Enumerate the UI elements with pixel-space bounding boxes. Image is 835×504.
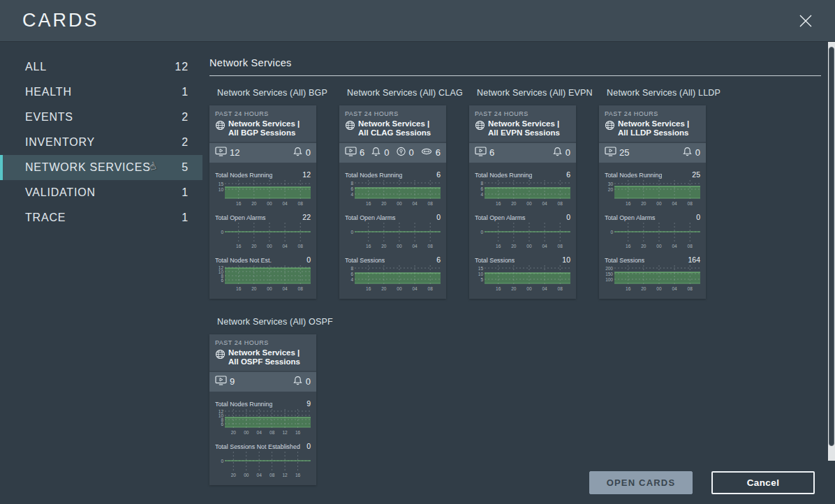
card-title: Network Services | All OSPF Sessions (228, 348, 311, 366)
sidebar-item-all[interactable]: ALL12 (0, 54, 202, 80)
stat-alarm: 0 (293, 376, 311, 388)
section-title: Network Services (209, 57, 821, 76)
svg-text:04: 04 (542, 244, 547, 249)
sidebar-item-count: 1 (182, 86, 189, 98)
content-area: Network Services Network Services (All) … (209, 42, 821, 485)
mini-card-bgp[interactable]: PAST 24 HOURSNetwork Services | All BGP … (209, 105, 316, 299)
svg-text:00: 00 (397, 286, 402, 291)
svg-text:20: 20 (251, 286, 257, 291)
sidebar-item-inventory[interactable]: INVENTORY2 (0, 130, 202, 155)
card-title: Network Services | All EVPN Sessions (488, 119, 570, 138)
modal-header: CARDS (0, 0, 835, 42)
sidebar-item-health[interactable]: HEALTH1 (0, 80, 202, 105)
card-charts: Total Nodes Running1215101620000408Total… (209, 163, 316, 299)
svg-text:04: 04 (412, 201, 418, 206)
stat-value: 0 (695, 147, 700, 158)
card-stats-row: 250 (599, 143, 706, 163)
scrollbar-track[interactable] (828, 42, 835, 461)
svg-text:20: 20 (381, 244, 387, 249)
close-button[interactable] (793, 8, 818, 34)
sidebar-item-network-services[interactable]: NETWORK SERVICES5☝ (0, 155, 202, 180)
card-header: PAST 24 HOURSNetwork Services | All CLAG… (339, 105, 446, 142)
svg-text:4: 4 (350, 191, 353, 196)
stat-node-count: 6 (345, 147, 364, 158)
chart-value: 6 (436, 170, 441, 179)
chart-label: Total Nodes Running (215, 401, 272, 408)
node-count-icon (605, 147, 616, 158)
chart-label: Total Nodes Running (345, 172, 402, 179)
card-name: Network Services (All) EVPN (469, 88, 576, 98)
alarm-icon (371, 147, 381, 159)
chart-value: 0 (306, 255, 311, 264)
svg-text:200: 200 (605, 265, 613, 270)
chart-total-open-alarms: Total Open Alarms001620000408 (605, 213, 700, 249)
svg-text:0: 0 (610, 229, 613, 234)
open-cards-button[interactable]: OPEN CARDS (589, 471, 693, 494)
chart-value: 12 (302, 170, 311, 179)
svg-text:00: 00 (526, 286, 532, 291)
svg-text:16: 16 (626, 244, 631, 249)
stat-alarm: 0 (293, 147, 311, 159)
svg-text:04: 04 (672, 201, 677, 206)
svg-text:00: 00 (656, 201, 662, 206)
svg-text:04: 04 (282, 244, 288, 249)
chart-label: Total Sessions (605, 257, 644, 264)
svg-text:00: 00 (656, 244, 662, 249)
sidebar: ALL12HEALTH1EVENTS2INVENTORY2NETWORK SER… (0, 54, 202, 230)
svg-text:0: 0 (221, 229, 223, 234)
stat-alarm: 0 (682, 147, 700, 159)
sidebar-item-events[interactable]: EVENTS2 (0, 105, 202, 130)
svg-text:20: 20 (231, 473, 237, 477)
node-count-icon (215, 376, 227, 387)
svg-text:00: 00 (267, 201, 272, 206)
chart-value: 0 (436, 213, 441, 221)
svg-text:8: 8 (350, 180, 353, 185)
close-icon (797, 21, 814, 31)
chart-label: Total Open Alarms (605, 214, 656, 221)
svg-text:08: 08 (269, 430, 275, 435)
svg-text:00: 00 (656, 286, 662, 291)
card-charts: Total Nodes Running68641620000408Total O… (339, 163, 446, 299)
card-name: Network Services (All) BGP (209, 88, 316, 98)
mini-card-lldp[interactable]: PAST 24 HOURSNetwork Services | All LLDP… (599, 105, 706, 299)
svg-text:08: 08 (558, 286, 563, 291)
alarm-icon (682, 147, 693, 159)
svg-text:20: 20 (641, 286, 646, 291)
sidebar-item-count: 2 (182, 136, 189, 149)
stat-value: 0 (566, 147, 570, 158)
sidebar-item-trace[interactable]: TRACE1 (0, 205, 202, 230)
chart-total-nodes-running: Total Nodes Running2530201620000408 (605, 170, 700, 207)
svg-text:16: 16 (236, 201, 242, 206)
svg-text:04: 04 (672, 286, 677, 291)
cards-grid: Network Services (All) BGPPAST 24 HOURSN… (209, 88, 706, 485)
scrollbar-thumb[interactable] (829, 47, 834, 446)
chart-label: Total Sessions (345, 257, 385, 264)
stat-value: 0 (409, 147, 414, 158)
mini-card-evpn[interactable]: PAST 24 HOURSNetwork Services | All EVPN… (469, 105, 576, 299)
chart-value: 10 (562, 255, 570, 264)
card-block-ospf: Network Services (All) OSPFPAST 24 HOURS… (209, 317, 316, 485)
globe-icon (345, 119, 355, 133)
stat-node-count: 6 (475, 147, 494, 158)
chart-value: 6 (566, 170, 570, 179)
svg-text:20: 20 (511, 201, 517, 206)
sidebar-item-label: INVENTORY (25, 136, 182, 149)
stat-node-count: 9 (215, 376, 235, 387)
mini-card-clag[interactable]: PAST 24 HOURSNetwork Services | All CLAG… (339, 105, 446, 299)
chart-total-open-alarms: Total Open Alarms001620000408 (345, 213, 441, 249)
cancel-button[interactable]: Cancel (711, 471, 815, 494)
mini-card-ospf[interactable]: PAST 24 HOURSNetwork Services | All OSPF… (209, 334, 316, 485)
svg-text:16: 16 (626, 286, 631, 291)
modal-footer: OPEN CARDS Cancel (589, 471, 815, 494)
card-block-bgp: Network Services (All) BGPPAST 24 HOURSN… (209, 88, 316, 299)
svg-text:04: 04 (542, 201, 547, 206)
svg-text:30: 30 (608, 181, 614, 186)
svg-text:04: 04 (412, 286, 418, 291)
stat-alarm: 0 (371, 147, 389, 159)
sidebar-item-label: NETWORK SERVICES (25, 161, 182, 174)
sidebar-item-validation[interactable]: VALIDATION1 (0, 180, 202, 205)
svg-text:20: 20 (251, 244, 257, 249)
stat-value: 0 (306, 376, 311, 387)
svg-text:16: 16 (496, 201, 501, 206)
stat-value: 12 (230, 147, 239, 158)
